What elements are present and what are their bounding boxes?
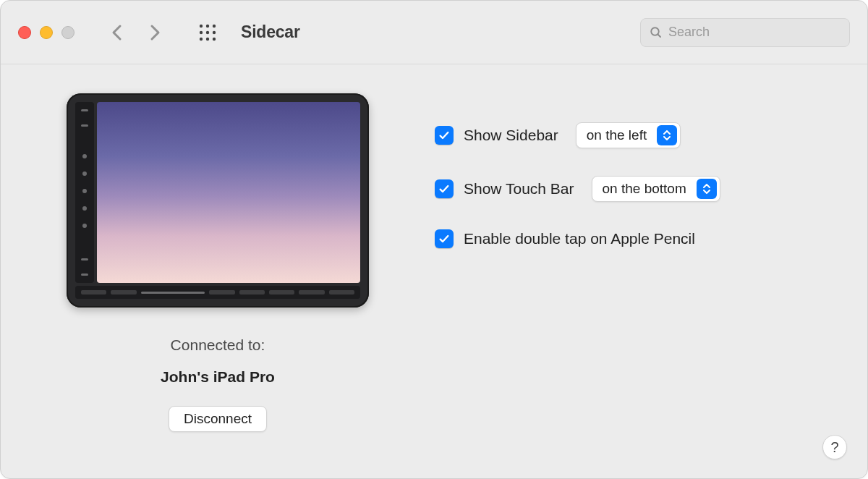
show-touchbar-label: Show Touch Bar bbox=[464, 180, 574, 198]
nav-arrows bbox=[109, 25, 163, 41]
ipad-touchbar-preview bbox=[75, 286, 360, 299]
ipad-sidebar-preview bbox=[75, 102, 94, 283]
svg-point-1 bbox=[206, 24, 209, 27]
double-tap-row: Enable double tap on Apple Pencil bbox=[435, 229, 831, 248]
chevron-updown-icon bbox=[697, 179, 717, 199]
device-name: John's iPad Pro bbox=[161, 368, 275, 386]
preferences-window: Sidecar bbox=[0, 0, 868, 479]
toolbar: Sidecar bbox=[1, 1, 867, 64]
svg-point-7 bbox=[206, 37, 209, 40]
traffic-lights bbox=[18, 26, 75, 39]
back-button[interactable] bbox=[109, 25, 125, 41]
svg-point-3 bbox=[200, 30, 203, 33]
search-icon bbox=[650, 26, 663, 39]
svg-point-4 bbox=[206, 30, 209, 33]
right-column: Show Sidebar on the left Show Touch Bar … bbox=[435, 93, 831, 457]
left-column: Connected to: John's iPad Pro Disconnect bbox=[44, 93, 391, 457]
check-icon bbox=[438, 183, 450, 195]
touchbar-position-value: on the bottom bbox=[603, 181, 694, 197]
sidebar-position-value: on the left bbox=[587, 127, 654, 143]
show-sidebar-checkbox[interactable] bbox=[435, 126, 454, 145]
connected-to-label: Connected to: bbox=[171, 336, 265, 354]
svg-point-5 bbox=[213, 30, 216, 33]
sidebar-position-dropdown[interactable]: on the left bbox=[576, 122, 681, 148]
svg-point-0 bbox=[200, 24, 203, 27]
show-all-icon[interactable] bbox=[197, 22, 218, 43]
zoom-window-button[interactable] bbox=[61, 26, 75, 39]
check-icon bbox=[438, 130, 450, 141]
double-tap-checkbox[interactable] bbox=[435, 229, 454, 248]
chevron-updown-icon bbox=[657, 125, 677, 145]
show-sidebar-row: Show Sidebar on the left bbox=[435, 122, 831, 148]
disconnect-button[interactable]: Disconnect bbox=[169, 406, 267, 432]
minimize-window-button[interactable] bbox=[40, 26, 53, 39]
ipad-preview bbox=[67, 93, 369, 308]
svg-point-6 bbox=[200, 37, 203, 40]
touchbar-position-dropdown[interactable]: on the bottom bbox=[592, 176, 720, 202]
svg-line-10 bbox=[658, 34, 660, 37]
ipad-wallpaper-preview bbox=[97, 102, 360, 283]
content: Connected to: John's iPad Pro Disconnect… bbox=[1, 64, 867, 478]
svg-point-8 bbox=[213, 37, 216, 40]
show-sidebar-label: Show Sidebar bbox=[464, 127, 558, 144]
check-icon bbox=[438, 233, 450, 245]
search-input[interactable] bbox=[668, 25, 841, 40]
help-button[interactable]: ? bbox=[822, 435, 847, 459]
show-touchbar-row: Show Touch Bar on the bottom bbox=[435, 176, 831, 202]
show-touchbar-checkbox[interactable] bbox=[435, 179, 454, 198]
forward-button[interactable] bbox=[147, 25, 163, 41]
close-window-button[interactable] bbox=[18, 26, 31, 39]
search-box[interactable] bbox=[640, 18, 850, 47]
pane-title: Sidecar bbox=[241, 22, 300, 42]
double-tap-label: Enable double tap on Apple Pencil bbox=[464, 230, 695, 247]
svg-point-2 bbox=[213, 24, 216, 27]
